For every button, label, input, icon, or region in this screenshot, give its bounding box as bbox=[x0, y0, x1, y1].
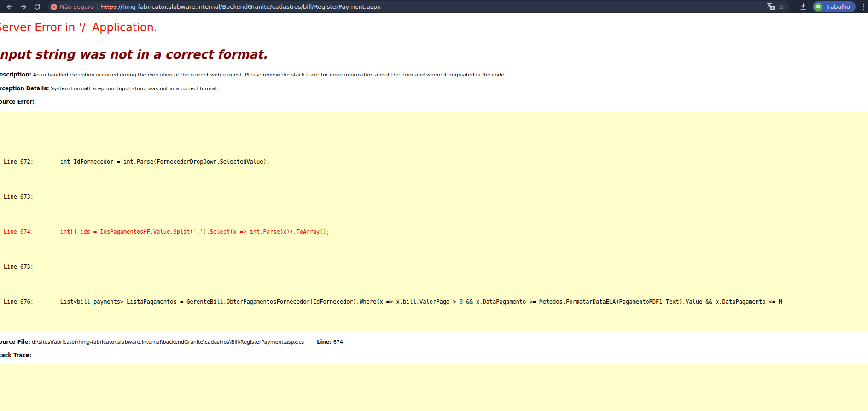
exception-details-text: System.FormatException: Input string was… bbox=[51, 86, 218, 92]
forward-arrow-icon bbox=[20, 3, 27, 11]
security-warning-chip[interactable]: ✕ Não seguro bbox=[51, 3, 94, 10]
translate-icon: G A bbox=[767, 3, 775, 10]
translate-button[interactable]: G A bbox=[767, 3, 775, 10]
chip-divider bbox=[97, 4, 98, 10]
source-error-box: Line 672: int IdFornecedor = int.Parse(F… bbox=[0, 111, 868, 331]
line-number-value: 674 bbox=[333, 339, 343, 345]
url-path: ://hmg-fabricator.slabware.internal/Back… bbox=[117, 3, 381, 10]
line-number-label: Line: bbox=[317, 339, 332, 345]
error-page: Server Error in '/' Application. Input s… bbox=[0, 21, 868, 411]
source-code-line: Line 672: int IdFornecedor = int.Parse(F… bbox=[4, 158, 868, 166]
reload-icon bbox=[34, 3, 41, 11]
source-code-line: Line 675: bbox=[4, 263, 868, 271]
not-secure-icon: ✕ bbox=[51, 4, 57, 10]
back-arrow-icon bbox=[6, 3, 13, 11]
url-text: https://hmg-fabricator.slabware.internal… bbox=[101, 3, 381, 10]
reload-button[interactable] bbox=[31, 1, 43, 12]
downloads-button[interactable] bbox=[799, 3, 807, 11]
description-line: Description: An unhandled exception occu… bbox=[0, 71, 868, 78]
profile-name: Trabalho bbox=[826, 3, 850, 10]
profile-avatar: G bbox=[814, 3, 822, 11]
source-file-path: d:\sites\fabricator\hmg-fabricator.slabw… bbox=[32, 339, 304, 345]
stack-trace-heading: Stack Trace: bbox=[0, 352, 868, 359]
browser-menu-icon[interactable] bbox=[862, 2, 865, 12]
source-code-line: Line 673: bbox=[4, 193, 868, 201]
bookmark-star-icon[interactable]: ☆ bbox=[778, 3, 785, 11]
address-bar[interactable]: ✕ Não seguro https://hmg-fabricator.slab… bbox=[48, 1, 789, 12]
source-file-line: Source File: d:\sites\fabricator\hmg-fab… bbox=[0, 339, 868, 346]
description-text: An unhandled exception occurred during t… bbox=[33, 72, 506, 78]
security-warning-label: Não seguro bbox=[60, 3, 94, 10]
stack-trace-box: [FormatException: Input string was not i… bbox=[0, 364, 868, 411]
exception-details-line: Exception Details: System.FormatExceptio… bbox=[0, 85, 868, 92]
profile-button[interactable]: G Trabalho bbox=[813, 1, 856, 12]
download-icon bbox=[799, 3, 807, 11]
description-label: Description: bbox=[0, 71, 31, 78]
source-error-heading: Source Error: bbox=[0, 99, 868, 106]
divider-top bbox=[0, 41, 868, 41]
browser-toolbar: ✕ Não seguro https://hmg-fabricator.slab… bbox=[0, 0, 868, 13]
error-message: Input string was not in a correct format… bbox=[0, 47, 868, 62]
forward-button[interactable] bbox=[17, 1, 29, 12]
source-code-line: Line 674: int[] ids = IdsPagamentosHF.Va… bbox=[4, 228, 868, 236]
source-file-label: Source File: bbox=[0, 339, 30, 345]
url-scheme-strikethrough: https bbox=[101, 3, 116, 10]
back-button[interactable] bbox=[4, 1, 16, 12]
exception-details-label: Exception Details: bbox=[0, 85, 49, 92]
source-code-line: Line 676: List<bill_payments> ListaPagam… bbox=[4, 298, 868, 306]
page-title: Server Error in '/' Application. bbox=[0, 21, 868, 35]
